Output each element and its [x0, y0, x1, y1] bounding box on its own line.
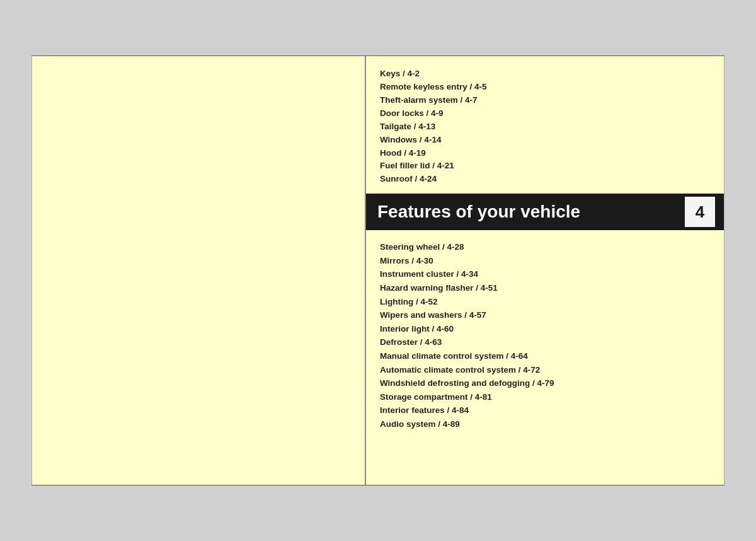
- chapter-header: Features of your vehicle 4: [366, 194, 724, 230]
- page-container: Keys / 4-2Remote keyless entry / 4-5Thef…: [0, 0, 756, 541]
- top-toc-item: Keys / 4-2: [380, 67, 710, 81]
- chapter-number: 4: [696, 202, 704, 222]
- bottom-toc-item: Windshield defrosting and defogging / 4-…: [380, 376, 710, 390]
- top-toc-item: Hood / 4-19: [380, 147, 710, 160]
- bottom-toc-item: Audio system / 4-89: [380, 417, 710, 431]
- bottom-toc-item: Steering wheel / 4-28: [380, 240, 710, 254]
- bottom-toc-item: Mirrors / 4-30: [380, 254, 710, 268]
- bottom-toc-item: Interior light / 4-60: [380, 322, 710, 336]
- top-toc-item: Door locks / 4-9: [380, 107, 710, 120]
- top-toc-item: Sunroof / 4-24: [380, 173, 710, 186]
- top-toc-item: Tailgate / 4-13: [380, 120, 710, 134]
- bottom-toc-item: Lighting / 4-52: [380, 295, 710, 309]
- top-toc-item: Remote keyless entry / 4-5: [380, 81, 710, 94]
- right-page: Keys / 4-2Remote keyless entry / 4-5Thef…: [366, 56, 724, 485]
- top-toc-item: Fuel filler lid / 4-21: [380, 160, 710, 173]
- chapter-title: Features of your vehicle: [377, 202, 580, 222]
- bottom-toc-item: Automatic climate control system / 4-72: [380, 363, 710, 377]
- bottom-toc-section: Steering wheel / 4-28Mirrors / 4-30Instr…: [366, 230, 724, 485]
- bottom-toc-item: Defroster / 4-63: [380, 335, 710, 349]
- bottom-toc-item: Storage compartment / 4-81: [380, 390, 710, 404]
- bottom-rule: [32, 485, 724, 486]
- left-page: [32, 56, 366, 485]
- bottom-toc-item: Interior features / 4-84: [380, 404, 710, 417]
- bottom-toc-item: Hazard warning flasher / 4-51: [380, 281, 710, 295]
- top-toc-section: Keys / 4-2Remote keyless entry / 4-5Thef…: [366, 56, 724, 194]
- bottom-toc-item: Wipers and washers / 4-57: [380, 308, 710, 322]
- top-toc-item: Theft-alarm system / 4-7: [380, 94, 710, 107]
- bottom-toc-item: Manual climate control system / 4-64: [380, 349, 710, 363]
- top-toc-item: Windows / 4-14: [380, 134, 710, 147]
- book-spread: Keys / 4-2Remote keyless entry / 4-5Thef…: [32, 56, 724, 485]
- chapter-number-box: 4: [685, 197, 715, 227]
- bottom-toc-item: Instrument cluster / 4-34: [380, 267, 710, 281]
